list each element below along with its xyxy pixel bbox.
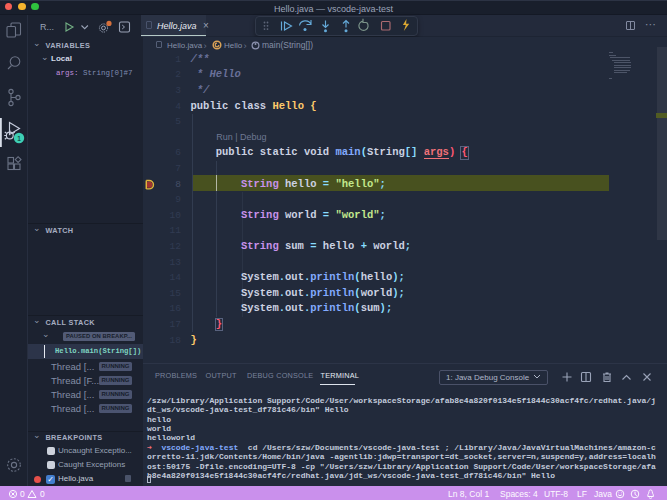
svg-text:1: 1 — [17, 134, 21, 143]
svg-text:0: 0 — [20, 489, 25, 499]
svg-text:0: 0 — [40, 489, 45, 499]
